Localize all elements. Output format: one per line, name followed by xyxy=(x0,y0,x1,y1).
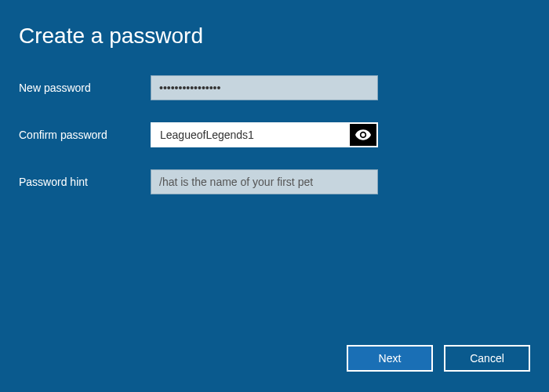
confirm-password-input[interactable] xyxy=(151,122,378,147)
footer-buttons: Next Cancel xyxy=(347,345,530,372)
new-password-label: New password xyxy=(19,82,151,94)
page-title: Create a password xyxy=(19,24,530,49)
new-password-row: New password xyxy=(19,75,530,100)
next-button[interactable]: Next xyxy=(347,345,433,372)
password-hint-row: Password hint xyxy=(19,169,530,194)
cancel-button[interactable]: Cancel xyxy=(444,345,530,372)
confirm-password-row: Confirm password xyxy=(19,122,530,147)
create-password-panel: Create a password New password Confirm p… xyxy=(0,0,549,194)
password-hint-label: Password hint xyxy=(19,176,151,188)
password-hint-input-wrap xyxy=(151,169,378,194)
reveal-password-button[interactable] xyxy=(350,124,376,146)
confirm-password-input-wrap xyxy=(151,122,378,147)
confirm-password-label: Confirm password xyxy=(19,129,151,141)
new-password-input[interactable] xyxy=(151,75,378,100)
new-password-input-wrap xyxy=(151,75,378,100)
eye-icon xyxy=(355,129,371,140)
password-hint-input[interactable] xyxy=(151,169,378,194)
